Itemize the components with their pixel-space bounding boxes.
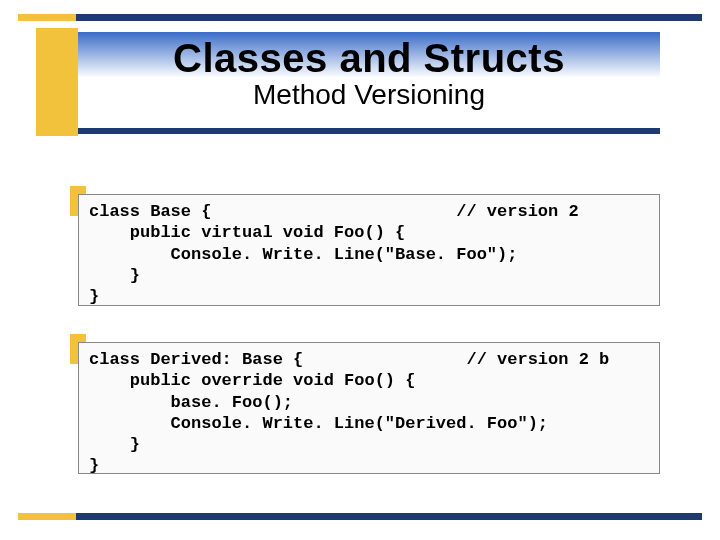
slide-subtitle: Method Versioning — [78, 79, 660, 111]
bottom-border-bar — [18, 513, 702, 520]
title-underline — [78, 128, 660, 134]
code-block-derived: class Derived: Base { // version 2 b pub… — [78, 342, 660, 474]
title-block: Classes and Structs Method Versioning — [78, 32, 660, 134]
slide-title: Classes and Structs — [78, 36, 660, 81]
top-border-bar — [18, 14, 702, 21]
title-left-accent — [36, 28, 78, 136]
bottom-border-accent — [18, 513, 76, 520]
code-block-base: class Base { // version 2 public virtual… — [78, 194, 660, 306]
top-border-accent — [18, 14, 76, 21]
